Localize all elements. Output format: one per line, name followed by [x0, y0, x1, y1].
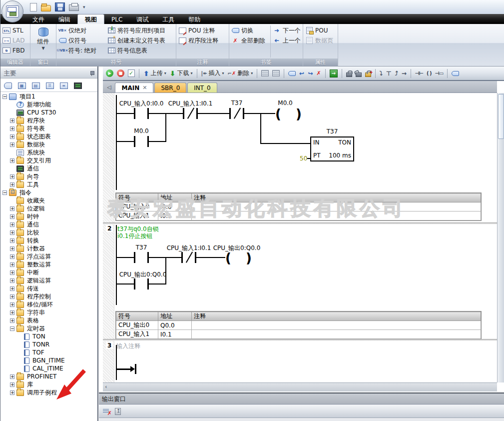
branch-down-button[interactable]: ⤵ [379, 70, 384, 78]
tree-expander-icon[interactable]: + [10, 214, 14, 219]
tree-expander-icon[interactable]: + [10, 278, 14, 283]
tree-expander-icon[interactable]: − [2, 190, 7, 195]
tree-item[interactable]: + 程序块 [0, 116, 97, 124]
tree-item[interactable]: 新增功能 [0, 100, 97, 108]
symbol-only-button[interactable]: 仅符号 [58, 36, 104, 46]
view-table-icon[interactable]: ▦ [16, 81, 27, 90]
tree-item[interactable]: + PROFINET [0, 372, 97, 380]
tree-item[interactable]: + 工具 [0, 180, 97, 188]
tree-item[interactable]: + 移位/循环 [0, 300, 97, 308]
bookmark-prev-button[interactable]: ➜上一个 [273, 36, 301, 46]
print-icon[interactable] [69, 4, 79, 11]
tree-item[interactable]: − 指令 [0, 188, 97, 196]
insert-button[interactable]: |↞插入▾ [200, 68, 225, 78]
tree-item[interactable]: + 整数运算 [0, 260, 97, 268]
contact-nc[interactable] [229, 108, 244, 119]
contact-no[interactable] [134, 136, 149, 147]
tree-item[interactable]: + 转换 [0, 236, 97, 244]
view-document-icon[interactable]: ▤ [30, 81, 41, 90]
line-right-button[interactable]: → [401, 70, 408, 78]
insert-coil-button[interactable]: ( ) [426, 70, 433, 76]
branch-up-button[interactable]: ⤴ [394, 70, 399, 78]
contact-no[interactable] [134, 108, 149, 119]
contact-nc[interactable] [181, 252, 196, 263]
tree-item[interactable]: − 定时器 [0, 324, 97, 332]
table-row[interactable]: CPU_输入1 I0.1 [116, 212, 481, 220]
goto-button[interactable]: → [329, 69, 339, 78]
tree-item[interactable]: + 向导 [0, 172, 97, 180]
tree-item[interactable]: + 表格 [0, 316, 97, 324]
network-comment[interactable]: t37与q0.0自锁 [117, 226, 159, 232]
symbol-absolute-button[interactable]: ⛁VB×符号: 绝对 [58, 46, 104, 56]
absolute-only-button[interactable]: VB×仅绝对 [58, 26, 104, 36]
branch-tee-button[interactable]: ⊤ [385, 70, 393, 78]
tree-expander-icon[interactable]: + [10, 318, 14, 323]
tree-item[interactable]: + 通信 [0, 220, 97, 228]
stl-button[interactable]: STLSTL [2, 26, 28, 36]
tree-expander-icon[interactable]: + [10, 134, 14, 139]
bookmark-next-button[interactable]: ➜下一个 [273, 26, 301, 36]
pou-comment-button[interactable]: POU 注释 [178, 26, 227, 36]
bookmark-next-tool[interactable]: ↪ [307, 70, 314, 78]
clear-output-icon[interactable] [103, 408, 111, 415]
insert-contact-button[interactable]: ⊣⊢ [414, 70, 424, 76]
tab-debug[interactable]: 调试 [129, 14, 155, 24]
scrollbar-thumb[interactable] [498, 94, 504, 139]
tree-item[interactable]: 通信 [0, 164, 97, 172]
symbol-addressing-button[interactable] [260, 70, 270, 77]
tab-main[interactable]: MAIN✕ [115, 82, 153, 92]
tree-expander-icon[interactable]: + [10, 390, 14, 395]
tab-plc[interactable]: PLC [104, 14, 129, 24]
contact-no[interactable] [134, 252, 149, 263]
insert-box-button[interactable]: ⊣▭ [434, 70, 445, 76]
tree-expander-icon[interactable]: + [10, 310, 14, 315]
tab-view[interactable]: 视图 [77, 14, 104, 24]
tree-item[interactable]: BGN_ITIME [0, 356, 97, 364]
pin-icon[interactable] [89, 71, 94, 76]
scroll-left-icon[interactable]: ‹ [105, 384, 107, 390]
tree-item[interactable]: TOF [0, 348, 97, 356]
tree-expander-icon[interactable]: + [10, 126, 14, 131]
tree-expander-icon[interactable]: + [10, 118, 14, 123]
tree-expander-icon[interactable]: + [10, 174, 14, 179]
horizontal-scrollbar[interactable]: ‹ [103, 382, 497, 392]
tree-item[interactable]: TONR [0, 340, 97, 348]
tree-item[interactable]: + 数据块 [0, 140, 97, 148]
view-symbol-icon[interactable] [2, 81, 13, 90]
table-row[interactable]: CPU_输入0 I0.0 [116, 202, 481, 212]
timer-box[interactable]: IN TON PT 100 ms [310, 136, 354, 162]
tree-expander-icon[interactable]: + [10, 142, 14, 147]
tree-item[interactable]: + 交叉引用 [0, 156, 97, 164]
table-row[interactable]: CPU_输出0 Q0.0 [116, 321, 481, 330]
bookmark-clear-tool[interactable]: ✗ [315, 70, 322, 77]
tree-expander-icon[interactable]: + [10, 158, 14, 163]
tree-expander-icon[interactable]: + [10, 246, 14, 251]
apply-symbols-button[interactable]: 将符号应用到项目 [107, 26, 174, 36]
tree-item[interactable]: + 传送 [0, 284, 97, 292]
tab-help[interactable]: 帮助 [181, 14, 207, 24]
compile-button[interactable] [127, 69, 136, 78]
tab-file[interactable]: 文件 [25, 14, 51, 24]
bookmark-toggle-button[interactable]: 切换 [231, 26, 268, 36]
tree-item[interactable]: TON [0, 332, 97, 340]
tab-edit[interactable]: 编辑 [51, 14, 77, 24]
open-file-icon[interactable] [41, 5, 51, 12]
download-button[interactable]: ⬇下载▾ [169, 68, 194, 78]
network-comment-placeholder[interactable]: 输入注释 [116, 342, 140, 350]
run-button[interactable]: ▶ [105, 69, 114, 78]
bookmark-prev-tool[interactable]: ↪ [298, 70, 305, 78]
tab-sbr0[interactable]: SBR_0 [154, 82, 186, 92]
bookmark-remove-all-button[interactable]: ✗全部删除 [231, 36, 268, 46]
tree-expander-icon[interactable]: + [10, 294, 14, 299]
tree-expander-icon[interactable]: + [10, 382, 14, 387]
tree-item[interactable]: + 符号表 [0, 124, 97, 132]
tree-item[interactable]: + 比较 [0, 228, 97, 236]
coil[interactable]: ( ) [225, 252, 257, 264]
view-status-icon[interactable]: ⠿ [44, 81, 55, 90]
coil[interactable]: ( ) [275, 108, 307, 120]
tree-item[interactable]: + 中断 [0, 268, 97, 276]
tree-item[interactable]: + 浮点运算 [0, 252, 97, 260]
tree-item[interactable]: + 计数器 [0, 244, 97, 252]
vertical-scrollbar[interactable] [497, 93, 504, 382]
pou-property-button[interactable]: POU [305, 26, 336, 36]
